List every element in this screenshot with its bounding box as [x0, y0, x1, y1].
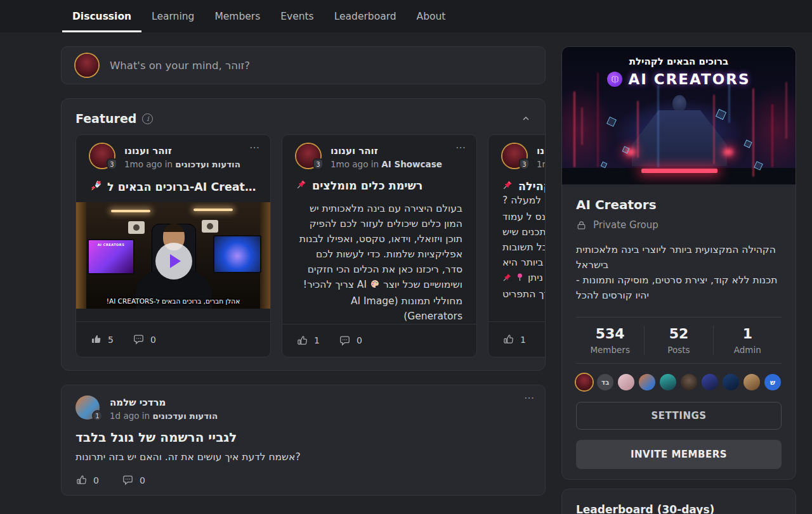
- author-block: זוהר וענונו 1mo ago in הודעות ועדכונים: [124, 144, 240, 169]
- stat-admins[interactable]: 1 Admin: [713, 326, 782, 355]
- decor: [713, 94, 715, 164]
- comment-icon: [339, 335, 351, 347]
- like-button[interactable]: 0: [75, 474, 99, 486]
- post-meta: 1mo ago in הודעות ועדכונים: [124, 159, 240, 169]
- body-text: בעולם היצירה עם בינה מלאכותית יש המון כל…: [299, 203, 462, 290]
- settings-button[interactable]: SETTINGS: [576, 402, 782, 430]
- stat-posts[interactable]: 52 Posts: [644, 326, 712, 355]
- post-category[interactable]: הודעות ועדכונים: [152, 411, 218, 421]
- decor: [785, 82, 787, 139]
- featured-card-rules: 3 זוהר וענונו 1mo ago in קהילה למעלה ? ה…: [488, 134, 545, 357]
- more-icon[interactable]: ⋯: [249, 141, 260, 153]
- sidebar: ברוכים הבאים לקהילת AI CREATORS AI Creat…: [561, 46, 796, 514]
- author-name[interactable]: זוהר וענונו: [331, 144, 442, 157]
- card-header: 3 זוהר וענונו 1mo ago in AI Showcase: [282, 135, 476, 169]
- member-avatar[interactable]: [618, 374, 634, 390]
- avatar[interactable]: 3: [296, 144, 320, 168]
- tab-discussion[interactable]: Discussion: [62, 0, 141, 32]
- comment-button[interactable]: 0: [133, 333, 156, 345]
- member-avatar[interactable]: בד: [597, 374, 613, 390]
- more-icon[interactable]: ⋯: [524, 392, 535, 404]
- comment-count: 0: [140, 475, 145, 485]
- invite-members-button[interactable]: INVITE MEMBERS: [576, 440, 782, 469]
- post-title[interactable]: ברוכים הבאים ל-AI Creat…: [76, 169, 270, 194]
- left-monitor: AI CREATORS: [88, 239, 134, 274]
- thumbs-up-icon: [90, 333, 102, 345]
- author-name[interactable]: מרדכי שלמה: [110, 395, 218, 409]
- comment-button[interactable]: 0: [339, 335, 362, 347]
- card-header: 1 מרדכי שלמה 1d ago in הודעות ועדכונים: [75, 395, 531, 421]
- like-button[interactable]: 5: [90, 333, 114, 345]
- play-button[interactable]: [155, 243, 192, 279]
- stat-members[interactable]: 534 Members: [576, 326, 644, 355]
- banner-logo-text: AI CREATORS: [628, 71, 750, 87]
- post-title-text: רשימת כלים מומלצים: [312, 179, 422, 192]
- decor: [202, 220, 218, 233]
- author-block: זוהר וענונו 1mo ago in: [537, 144, 545, 169]
- member-avatar[interactable]: [723, 374, 739, 390]
- author-block: מרדכי שלמה 1d ago in הודעות ועדכונים: [110, 395, 218, 421]
- avatar[interactable]: [75, 54, 98, 77]
- level-badge: 3: [107, 158, 117, 170]
- tab-leaderboard[interactable]: Leaderboard: [324, 0, 407, 32]
- avatar[interactable]: 1: [75, 395, 100, 420]
- post-composer[interactable]: What's on your mind, זוהר?: [61, 46, 546, 84]
- group-info-card: ברוכים הבאים לקהילת AI CREATORS AI Creat…: [561, 46, 796, 480]
- composer-prompt: What's on your mind, זוהר?: [110, 60, 250, 72]
- tab-members[interactable]: Members: [204, 0, 270, 32]
- member-avatar[interactable]: [743, 374, 760, 390]
- post-category[interactable]: הודעות ועדכונים: [175, 159, 240, 169]
- like-count: 0: [93, 475, 99, 485]
- leaderboard-card: Leaderboard (30-days): [561, 489, 796, 514]
- round-pin-icon: [515, 271, 525, 286]
- comment-button[interactable]: 0: [122, 474, 145, 486]
- stat-label: Admin: [714, 345, 782, 355]
- palette-icon: [370, 278, 380, 293]
- card-footer: 1 0: [282, 324, 476, 357]
- member-avatar[interactable]: [639, 374, 655, 390]
- member-avatar[interactable]: [702, 374, 718, 390]
- post-title[interactable]: קהילה: [488, 169, 545, 193]
- tab-learning[interactable]: Learning: [141, 0, 204, 32]
- featured-title: Featured: [75, 112, 136, 125]
- body-line: בה ביותר היא: [488, 255, 545, 270]
- tab-events[interactable]: Events: [270, 0, 324, 32]
- decor: [260, 202, 270, 309]
- more-icon[interactable]: ⋯: [455, 141, 466, 153]
- post-meta: 1mo ago in: [537, 159, 545, 169]
- group-name: AI Creators: [576, 197, 782, 212]
- video-thumbnail[interactable]: AI CREATORS אהלן חברים, ברוכים הבאים ל-A…: [76, 202, 270, 309]
- decor: [111, 210, 150, 212]
- card-header: 3 זוהר וענונו 1mo ago in: [488, 135, 545, 169]
- post-time: 1mo ago in: [331, 159, 379, 169]
- lock-icon: [576, 220, 587, 231]
- decor: [581, 107, 583, 145]
- info-icon[interactable]: i: [142, 113, 153, 124]
- author-name[interactable]: זוהר וענונו: [124, 144, 240, 157]
- post-title-text: קהילה: [518, 180, 545, 193]
- post-category[interactable]: AI Showcase: [381, 159, 442, 169]
- chevron-up-icon[interactable]: [521, 113, 531, 124]
- top-nav: Discussion Learning Members Events Leade…: [0, 0, 812, 32]
- post-title[interactable]: לגביי הרשמה של גוגל בלבד: [75, 430, 531, 445]
- privacy-label: Private Group: [593, 219, 658, 231]
- author-name[interactable]: זוהר וענונו: [537, 144, 545, 157]
- member-avatar[interactable]: [660, 374, 676, 390]
- post-title[interactable]: רשימת כלים מומלצים: [282, 169, 476, 192]
- like-button[interactable]: 1: [502, 333, 526, 345]
- avatar[interactable]: 3: [90, 144, 114, 168]
- avatar[interactable]: 3: [502, 144, 527, 168]
- group-banner-image[interactable]: ברוכים הבאים לקהילת AI CREATORS: [562, 47, 796, 184]
- member-avatar[interactable]: ש: [764, 374, 781, 390]
- comment-count: 0: [150, 335, 156, 345]
- thumbs-up-icon: [296, 335, 308, 347]
- tab-about[interactable]: About: [407, 0, 456, 32]
- member-avatar[interactable]: [681, 374, 697, 390]
- member-avatar[interactable]: [576, 374, 593, 390]
- like-button[interactable]: 1: [296, 335, 320, 347]
- post-time: 1d ago in: [110, 411, 150, 421]
- post-footer: 0 0: [75, 474, 531, 486]
- post-time: 1mo ago in: [124, 159, 173, 169]
- right-monitor: [213, 235, 261, 273]
- body-line: לקבל תשובות: [488, 240, 545, 255]
